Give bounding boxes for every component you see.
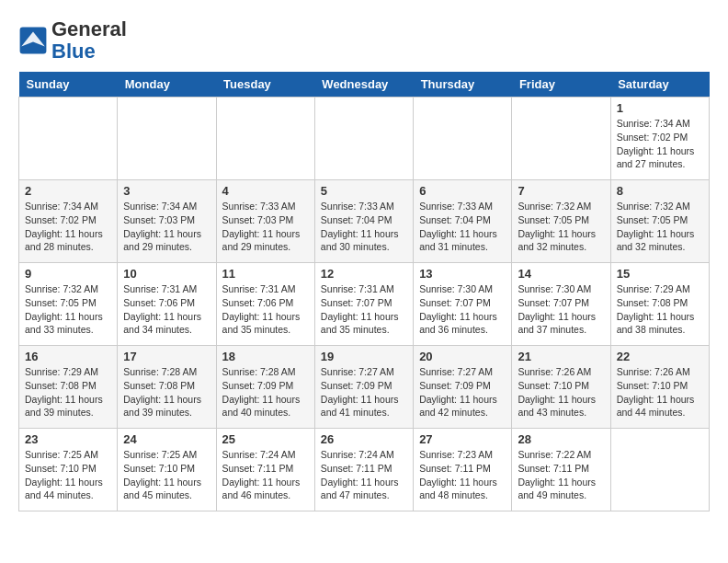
calendar-cell [216, 98, 314, 180]
day-info: Sunrise: 7:32 AM Sunset: 7:05 PM Dayligh… [518, 200, 604, 254]
calendar-cell: 26Sunrise: 7:24 AM Sunset: 7:11 PM Dayli… [314, 429, 413, 511]
day-info: Sunrise: 7:31 AM Sunset: 7:06 PM Dayligh… [123, 282, 210, 337]
calendar-cell: 15Sunrise: 7:29 AM Sunset: 7:08 PM Dayli… [610, 263, 709, 346]
week-row-5: 23Sunrise: 7:25 AM Sunset: 7:10 PM Dayli… [19, 429, 710, 511]
day-info: Sunrise: 7:29 AM Sunset: 7:08 PM Dayligh… [617, 282, 703, 337]
day-number: 18 [222, 350, 309, 363]
calendar-cell [512, 98, 610, 180]
calendar-cell: 19Sunrise: 7:27 AM Sunset: 7:09 PM Dayli… [314, 346, 413, 429]
calendar-cell: 14Sunrise: 7:30 AM Sunset: 7:07 PM Dayli… [512, 263, 610, 346]
calendar-cell: 2Sunrise: 7:34 AM Sunset: 7:02 PM Daylig… [19, 180, 118, 263]
day-info: Sunrise: 7:31 AM Sunset: 7:06 PM Dayligh… [222, 282, 309, 337]
day-info: Sunrise: 7:26 AM Sunset: 7:10 PM Dayligh… [518, 365, 604, 419]
calendar-cell: 1Sunrise: 7:34 AM Sunset: 7:02 PM Daylig… [610, 98, 709, 180]
weekday-header-monday: Monday [118, 72, 216, 98]
day-number: 6 [419, 184, 506, 198]
day-number: 13 [419, 267, 506, 281]
calendar-cell: 16Sunrise: 7:29 AM Sunset: 7:08 PM Dayli… [19, 346, 118, 429]
calendar-cell: 28Sunrise: 7:22 AM Sunset: 7:11 PM Dayli… [512, 429, 610, 511]
day-number: 8 [617, 184, 703, 198]
calendar-cell: 25Sunrise: 7:24 AM Sunset: 7:11 PM Dayli… [216, 429, 314, 511]
calendar-cell: 17Sunrise: 7:28 AM Sunset: 7:08 PM Dayli… [118, 346, 216, 429]
day-number: 7 [518, 184, 604, 198]
week-row-4: 16Sunrise: 7:29 AM Sunset: 7:08 PM Dayli… [19, 346, 710, 429]
day-number: 28 [518, 432, 604, 446]
weekday-row: SundayMondayTuesdayWednesdayThursdayFrid… [19, 72, 710, 98]
day-number: 15 [617, 267, 703, 281]
calendar-cell [610, 429, 709, 511]
weekday-header-sunday: Sunday [19, 72, 118, 98]
day-number: 17 [123, 350, 210, 363]
weekday-header-friday: Friday [512, 72, 610, 98]
day-info: Sunrise: 7:26 AM Sunset: 7:10 PM Dayligh… [617, 365, 703, 419]
day-number: 3 [123, 184, 210, 198]
calendar-cell [414, 98, 512, 180]
day-info: Sunrise: 7:30 AM Sunset: 7:07 PM Dayligh… [419, 282, 506, 337]
calendar-cell: 4Sunrise: 7:33 AM Sunset: 7:03 PM Daylig… [216, 180, 314, 263]
day-info: Sunrise: 7:27 AM Sunset: 7:09 PM Dayligh… [419, 365, 506, 419]
page-header: General Blue [18, 18, 710, 63]
logo: General Blue [18, 18, 127, 63]
calendar-cell: 3Sunrise: 7:34 AM Sunset: 7:03 PM Daylig… [118, 180, 216, 263]
week-row-3: 9Sunrise: 7:32 AM Sunset: 7:05 PM Daylig… [19, 263, 710, 346]
day-number: 4 [222, 184, 309, 198]
calendar-cell [118, 98, 216, 180]
logo-text: General Blue [51, 18, 127, 63]
calendar-cell: 7Sunrise: 7:32 AM Sunset: 7:05 PM Daylig… [512, 180, 610, 263]
day-number: 22 [617, 350, 703, 363]
calendar-cell: 5Sunrise: 7:33 AM Sunset: 7:04 PM Daylig… [314, 180, 413, 263]
day-info: Sunrise: 7:22 AM Sunset: 7:11 PM Dayligh… [518, 448, 604, 502]
day-number: 11 [222, 267, 309, 281]
day-info: Sunrise: 7:28 AM Sunset: 7:09 PM Dayligh… [222, 365, 309, 419]
day-info: Sunrise: 7:25 AM Sunset: 7:10 PM Dayligh… [123, 448, 210, 502]
day-info: Sunrise: 7:25 AM Sunset: 7:10 PM Dayligh… [25, 448, 111, 502]
week-row-1: 1Sunrise: 7:34 AM Sunset: 7:02 PM Daylig… [19, 98, 710, 180]
day-info: Sunrise: 7:32 AM Sunset: 7:05 PM Dayligh… [617, 200, 703, 254]
day-info: Sunrise: 7:24 AM Sunset: 7:11 PM Dayligh… [222, 448, 309, 502]
day-number: 25 [222, 432, 309, 446]
weekday-header-tuesday: Tuesday [216, 72, 314, 98]
day-info: Sunrise: 7:33 AM Sunset: 7:04 PM Dayligh… [419, 200, 506, 254]
logo-icon [18, 26, 48, 55]
day-number: 27 [419, 432, 506, 446]
day-number: 12 [321, 267, 407, 281]
day-number: 19 [321, 350, 407, 363]
day-number: 21 [518, 350, 604, 363]
day-number: 10 [123, 267, 210, 281]
calendar-cell: 23Sunrise: 7:25 AM Sunset: 7:10 PM Dayli… [19, 429, 118, 511]
day-info: Sunrise: 7:34 AM Sunset: 7:03 PM Dayligh… [123, 200, 210, 254]
day-number: 5 [321, 184, 407, 198]
day-info: Sunrise: 7:33 AM Sunset: 7:03 PM Dayligh… [222, 200, 309, 254]
calendar-cell: 22Sunrise: 7:26 AM Sunset: 7:10 PM Dayli… [610, 346, 709, 429]
week-row-2: 2Sunrise: 7:34 AM Sunset: 7:02 PM Daylig… [19, 180, 710, 263]
day-info: Sunrise: 7:23 AM Sunset: 7:11 PM Dayligh… [419, 448, 506, 502]
calendar-cell: 9Sunrise: 7:32 AM Sunset: 7:05 PM Daylig… [19, 263, 118, 346]
calendar-cell: 27Sunrise: 7:23 AM Sunset: 7:11 PM Dayli… [414, 429, 512, 511]
day-number: 26 [321, 432, 407, 446]
day-number: 16 [25, 350, 111, 363]
calendar-cell: 11Sunrise: 7:31 AM Sunset: 7:06 PM Dayli… [216, 263, 314, 346]
day-info: Sunrise: 7:33 AM Sunset: 7:04 PM Dayligh… [321, 200, 407, 254]
calendar-cell: 18Sunrise: 7:28 AM Sunset: 7:09 PM Dayli… [216, 346, 314, 429]
calendar-header: SundayMondayTuesdayWednesdayThursdayFrid… [19, 72, 710, 98]
day-info: Sunrise: 7:34 AM Sunset: 7:02 PM Dayligh… [25, 200, 111, 254]
calendar-cell: 12Sunrise: 7:31 AM Sunset: 7:07 PM Dayli… [314, 263, 413, 346]
day-number: 2 [25, 184, 111, 198]
weekday-header-thursday: Thursday [414, 72, 512, 98]
day-number: 20 [419, 350, 506, 363]
day-info: Sunrise: 7:29 AM Sunset: 7:08 PM Dayligh… [25, 365, 111, 419]
calendar-body: 1Sunrise: 7:34 AM Sunset: 7:02 PM Daylig… [19, 98, 710, 511]
calendar-cell [19, 98, 118, 180]
calendar-table: SundayMondayTuesdayWednesdayThursdayFrid… [18, 72, 710, 511]
day-number: 23 [25, 432, 111, 446]
calendar-cell: 20Sunrise: 7:27 AM Sunset: 7:09 PM Dayli… [414, 346, 512, 429]
day-info: Sunrise: 7:27 AM Sunset: 7:09 PM Dayligh… [321, 365, 407, 419]
calendar-cell: 21Sunrise: 7:26 AM Sunset: 7:10 PM Dayli… [512, 346, 610, 429]
day-info: Sunrise: 7:30 AM Sunset: 7:07 PM Dayligh… [518, 282, 604, 337]
day-number: 24 [123, 432, 210, 446]
day-number: 1 [617, 101, 703, 115]
calendar-cell: 24Sunrise: 7:25 AM Sunset: 7:10 PM Dayli… [118, 429, 216, 511]
day-info: Sunrise: 7:31 AM Sunset: 7:07 PM Dayligh… [321, 282, 407, 337]
day-number: 14 [518, 267, 604, 281]
calendar-cell: 13Sunrise: 7:30 AM Sunset: 7:07 PM Dayli… [414, 263, 512, 346]
